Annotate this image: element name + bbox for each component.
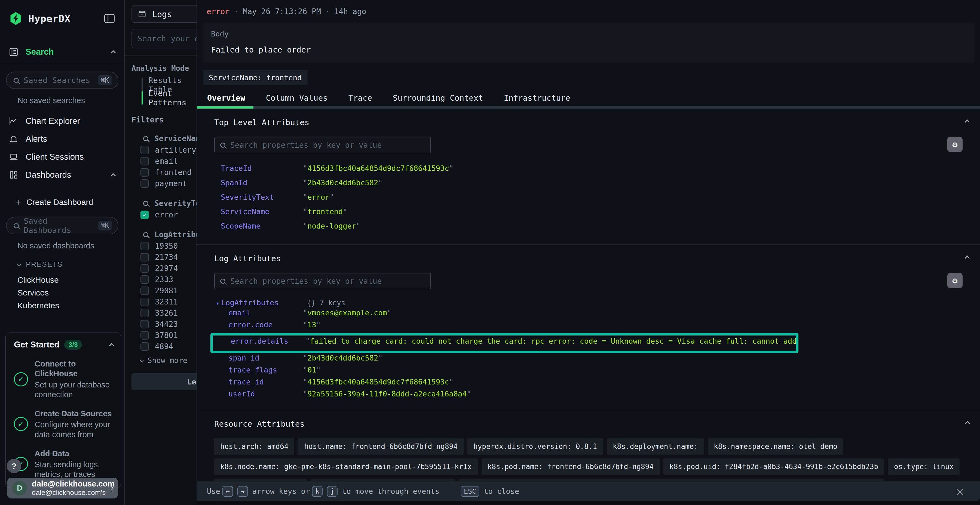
analysis-mode-label: Analysis Mode [132, 64, 197, 72]
service-name-chip[interactable]: ServiceName: frontend [203, 70, 308, 85]
attribute-row[interactable]: emailvmoses@example.com [214, 308, 963, 321]
saved-searches-input[interactable]: Saved Searches ⌘K [6, 71, 118, 89]
checkbox[interactable] [140, 242, 149, 250]
sidebar-item-search[interactable]: Search [0, 43, 124, 61]
filter-option[interactable]: email [140, 156, 197, 167]
preset-clickhouse[interactable]: ClickHouse [0, 273, 124, 286]
checkbox[interactable] [140, 168, 149, 176]
get-started-item-connect[interactable]: ✓ Connect to ClickHouse Set up your data… [14, 359, 113, 399]
filter-option[interactable]: 21734 [140, 252, 197, 263]
filter-group-header[interactable]: ServiceName [143, 132, 197, 145]
close-panel-icon[interactable]: × [955, 485, 965, 499]
show-more-button[interactable]: Show more [140, 354, 197, 366]
saved-dashboards-input[interactable]: Saved Dashboards ⌘K [6, 217, 118, 234]
checkbox[interactable] [140, 298, 149, 306]
resource-chip[interactable]: os.type: linux [888, 459, 959, 475]
create-dashboard-button[interactable]: + Create Dashboard [0, 194, 124, 210]
collapse-sidebar-icon[interactable] [104, 14, 115, 24]
user-menu[interactable]: D dale@clickhouse.com dale@clickhouse.co… [7, 478, 118, 499]
attributes-settings-button[interactable]: ⚙ [947, 137, 963, 152]
attribute-row[interactable]: SeverityTexterror [214, 193, 963, 207]
attributes-settings-button[interactable]: ⚙ [947, 273, 963, 288]
filter-option-label: artillery-loa [155, 146, 197, 154]
checkbox[interactable] [140, 275, 149, 284]
filter-option[interactable]: 19350 [140, 241, 197, 252]
property-search-input[interactable]: Search properties by key or value [214, 273, 431, 289]
filter-option[interactable]: 29081 [140, 285, 197, 296]
checkbox[interactable] [140, 264, 149, 273]
sidebar-item-chart-explorer[interactable]: Chart Explorer [0, 112, 124, 130]
attribute-row-error-details[interactable]: error.detailsfailed to charge card: coul… [213, 337, 789, 349]
resource-chip[interactable]: k8s.namespace.name: otel-demo [708, 438, 843, 455]
collapse-section-icon[interactable] [965, 256, 970, 260]
filter-option[interactable]: 34423 [140, 319, 197, 330]
section-title: Log Attributes [214, 254, 963, 263]
checkbox[interactable] [140, 286, 149, 295]
resource-chip[interactable]: k8s.deployment.name: [607, 438, 704, 455]
filter-option[interactable]: ✓error [140, 209, 197, 221]
attribute-row[interactable]: userId92a55156-39a4-11f0-8ddd-a2eca416a8… [214, 390, 963, 402]
sidebar-item-alerts[interactable]: Alerts [0, 130, 124, 148]
get-started-item-sources[interactable]: ✓ Create Data Sources Configure where yo… [14, 409, 113, 440]
filter-option[interactable]: payment [140, 178, 197, 189]
resource-chip[interactable]: host.arch: amd64 [214, 438, 294, 455]
checkbox[interactable] [140, 342, 149, 351]
resource-chip[interactable]: k8s.pod.uid: f284fb2d-a0b3-4634-991b-e2c… [663, 459, 884, 475]
preset-services[interactable]: Services [0, 286, 124, 299]
filter-option[interactable]: artillery-loa [140, 145, 197, 156]
preset-kubernetes[interactable]: Kubernetes [0, 299, 124, 312]
tab-overview[interactable]: Overview [207, 93, 245, 103]
collapse-section-icon[interactable] [965, 119, 970, 124]
checkbox[interactable] [140, 309, 149, 317]
attribute-row[interactable]: trace_id4156d3fbc40a64854d9dc7f68641593c [214, 378, 963, 390]
attribute-row[interactable]: span_id2b43d0c4dd6bc582 [214, 354, 963, 366]
resource-chip[interactable]: k8s.node.name: gke-pme-k8s-standard-main… [214, 459, 478, 475]
checkbox[interactable] [140, 320, 149, 329]
tab-infrastructure[interactable]: Infrastructure [504, 93, 570, 103]
log-attributes-root-row[interactable]: ▾ LogAttributes {} 7 keys [214, 299, 963, 307]
event-search-placeholder: Search your ev [137, 34, 197, 43]
checkbox-checked[interactable]: ✓ [140, 211, 149, 219]
expander-icon[interactable]: ▾ [216, 300, 220, 306]
checkbox[interactable] [140, 253, 149, 262]
filter-option-label: 32311 [155, 297, 178, 306]
filter-option[interactable]: 33261 [140, 308, 197, 319]
less-filters-button[interactable]: Less fil [132, 373, 197, 390]
attribute-row[interactable]: ScopeNamenode-logger [214, 222, 963, 236]
attribute-row[interactable]: ServiceNamefrontend [214, 207, 963, 222]
filter-option[interactable]: 2333 [140, 274, 197, 285]
filter-group-header[interactable]: SeverityText [143, 197, 197, 209]
source-select[interactable]: Logs [132, 5, 197, 23]
resource-chip[interactable]: hyperdx.distro.version: 0.8.1 [468, 438, 603, 455]
attribute-row[interactable]: error.code13 [214, 321, 963, 332]
get-started-item-add-data[interactable]: ✓ Add Data Start sending logs, metrics, … [14, 449, 113, 480]
checkbox[interactable] [140, 146, 149, 154]
filter-option[interactable]: 37801 [140, 330, 197, 341]
attribute-row[interactable]: TraceId4156d3fbc40a64854d9dc7f68641593c [214, 164, 963, 178]
sidebar-item-client-sessions[interactable]: Client Sessions [0, 148, 124, 166]
tab-surrounding-context[interactable]: Surrounding Context [393, 93, 483, 103]
tab-trace[interactable]: Trace [348, 93, 372, 103]
checkbox[interactable] [140, 179, 149, 188]
presets-toggle[interactable]: PRESETS [18, 260, 124, 268]
sidebar-item-dashboards[interactable]: Dashboards [0, 166, 124, 184]
attribute-row[interactable]: SpanId2b43d0c4dd6bc582 [214, 178, 963, 193]
filter-option[interactable]: 22974 [140, 263, 197, 274]
analysis-mode-event-patterns[interactable]: Event Patterns [142, 91, 197, 105]
filter-option[interactable]: 32311 [140, 296, 197, 308]
event-search-input[interactable]: Search your ev [132, 29, 197, 48]
tab-column-values[interactable]: Column Values [266, 93, 328, 103]
get-started-item-title: Create Data Sources [35, 409, 113, 418]
filter-option[interactable]: frontend [140, 167, 197, 178]
filter-group-header[interactable]: LogAttributes [143, 229, 197, 241]
help-button[interactable]: ? [7, 459, 21, 473]
attribute-row[interactable]: trace_flags01 [214, 366, 963, 378]
resource-chip[interactable]: k8s.pod.name: frontend-6b6c8d7bfd-ng894 [482, 459, 660, 475]
checkbox[interactable] [140, 331, 149, 340]
filter-option[interactable]: 4894 [140, 341, 197, 352]
collapse-section-icon[interactable] [965, 421, 970, 426]
chevron-up-icon[interactable] [109, 343, 114, 348]
resource-chip[interactable]: host.name: frontend-6b6c8d7bfd-ng894 [298, 438, 464, 455]
property-search-input[interactable]: Search properties by key or value [214, 137, 431, 153]
checkbox[interactable] [140, 157, 149, 165]
